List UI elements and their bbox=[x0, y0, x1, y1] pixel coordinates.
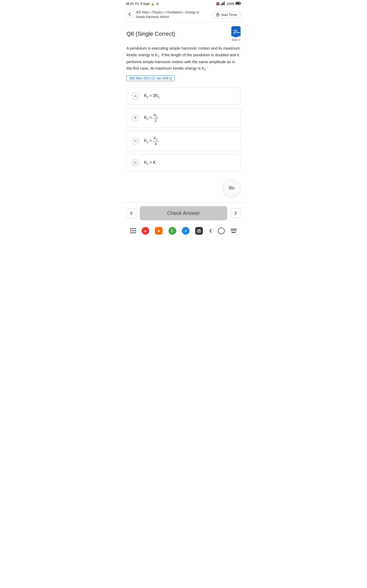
mute-icon: 🔇 bbox=[216, 2, 220, 6]
back-nav-button[interactable] bbox=[209, 229, 212, 233]
breadcrumb: JEE Main > Physics > Oscillations > Ener… bbox=[136, 10, 207, 19]
next-button[interactable] bbox=[231, 208, 241, 218]
back-button[interactable] bbox=[126, 11, 133, 18]
option-a-content: K2 = 2K1 bbox=[144, 93, 160, 99]
option-a[interactable]: A K2 = 2K1 bbox=[126, 87, 241, 105]
question-title: Q8 (Single Correct) bbox=[126, 31, 175, 37]
option-b[interactable]: B K2 = K1 2 bbox=[126, 108, 241, 128]
svg-point-12 bbox=[198, 230, 200, 232]
svg-line-9 bbox=[218, 15, 219, 15]
apps-grid-button[interactable] bbox=[130, 228, 136, 233]
status-bar: 06:24 Fri, 6 Sept 🔒 ⊡ 🔇 100% bbox=[122, 0, 245, 7]
svg-rect-0 bbox=[221, 4, 222, 5]
options-container: A K2 = 2K1 B K2 = K1 2 C K2 = K1 bbox=[126, 87, 241, 172]
app2-icon[interactable]: ■ bbox=[155, 227, 163, 235]
check-answer-button[interactable]: Check Answer bbox=[140, 206, 227, 220]
option-c-label: C bbox=[132, 137, 139, 145]
option-d[interactable]: D K2 = K bbox=[126, 154, 241, 172]
mark-it-label: Mark It bbox=[232, 38, 240, 41]
bottom-bar: Check Answer bbox=[122, 202, 245, 224]
svg-rect-2 bbox=[223, 2, 224, 5]
source-tag: JEE Main 2019 (11 Jan Shift 2) bbox=[126, 75, 175, 81]
question-text: A pendulum is executing simple harmonic … bbox=[126, 45, 241, 72]
prev-button[interactable] bbox=[126, 208, 136, 218]
filo-label: filo bbox=[229, 185, 234, 191]
home-nav-button[interactable] bbox=[218, 227, 225, 234]
date: Fri, 6 Sept bbox=[135, 2, 149, 6]
option-c[interactable]: C K2 = K1 4 bbox=[126, 131, 241, 151]
app5-icon[interactable] bbox=[195, 227, 203, 235]
app1-icon[interactable]: ▲ bbox=[142, 227, 149, 235]
start-timer-button[interactable]: Start Timer bbox=[212, 11, 241, 18]
recents-nav-button[interactable] bbox=[231, 229, 237, 233]
nav-bar: JEE Main > Physics > Oscillations > Ener… bbox=[122, 7, 245, 22]
option-d-label: D bbox=[132, 159, 139, 166]
option-c-content: K2 = K1 4 bbox=[144, 136, 158, 146]
battery-icon bbox=[235, 2, 241, 6]
option-b-content: K2 = K1 2 bbox=[144, 113, 158, 123]
lock-icon: 🔒 bbox=[151, 2, 155, 6]
svg-rect-5 bbox=[241, 3, 241, 4]
screen-icon: ⊡ bbox=[156, 2, 159, 6]
start-timer-label: Start Timer bbox=[221, 13, 237, 17]
filo-button[interactable]: filo bbox=[223, 179, 241, 197]
svg-rect-6 bbox=[236, 3, 240, 4]
option-b-label: B bbox=[132, 114, 139, 121]
battery-text: 100% bbox=[226, 2, 234, 6]
svg-rect-1 bbox=[222, 3, 223, 5]
android-nav: ▲ ■ C ● bbox=[122, 224, 245, 239]
svg-rect-3 bbox=[224, 2, 225, 5]
app3-icon[interactable]: C bbox=[168, 227, 176, 235]
mark-it-button[interactable]: Mark It bbox=[231, 26, 241, 41]
time: 06:24 bbox=[126, 2, 134, 6]
option-d-content: K2 = K bbox=[144, 160, 156, 165]
app4-icon[interactable]: ● bbox=[182, 227, 190, 235]
signal-icon bbox=[221, 2, 225, 6]
option-a-label: A bbox=[132, 92, 139, 100]
bookmark-icon bbox=[231, 26, 241, 37]
